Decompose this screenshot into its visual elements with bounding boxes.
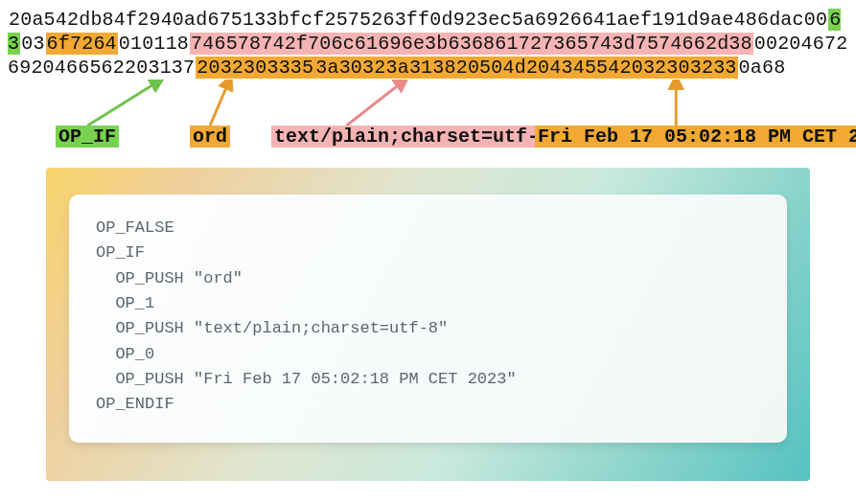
script-op: OP_FALSE xyxy=(96,218,174,237)
hex-ord-span: 6f7264 xyxy=(46,33,118,55)
legend-opif: OP_IF xyxy=(56,126,119,148)
script-op: OP_1 xyxy=(115,294,154,312)
legend-ctype: text/plain;charset=utf-8 xyxy=(271,126,553,148)
script-line: OP_PUSH "ord" xyxy=(96,266,760,291)
svg-line-1 xyxy=(210,81,229,126)
script-panel: OP_FALSEOP_IFOP_PUSH "ord"OP_1OP_PUSH "t… xyxy=(46,168,810,481)
script-op: OP_PUSH xyxy=(115,370,183,388)
hex-date-span: 2032303335 xyxy=(196,57,314,79)
script-line: OP_1 xyxy=(96,291,760,316)
script-op: OP_0 xyxy=(115,345,154,363)
legend-row: OP_IF ord text/plain;charset=utf-8 Fri F… xyxy=(8,80,848,156)
svg-line-0 xyxy=(87,81,158,126)
script-line: OP_FALSE xyxy=(96,216,760,241)
script-op: OP_ENDIF xyxy=(96,395,174,413)
legend-ord: ord xyxy=(190,126,230,148)
hex-dump: 20a542db84f2940ad675133bfcf2575263ff0d92… xyxy=(8,8,848,80)
script-line: OP_PUSH "Fri Feb 17 05:02:18 PM CET 2023… xyxy=(96,367,760,392)
script-string: "ord" xyxy=(194,269,243,287)
script-line: OP_IF xyxy=(96,241,760,265)
script-string: "Fri Feb 17 05:02:18 PM CET 2023" xyxy=(194,370,517,388)
legend-date: Fri Feb 17 05:02:18 PM CET 2023 xyxy=(535,126,856,148)
hex-seg1-span: 20a542db84f2940ad675133bfcf2575263ff0d92… xyxy=(8,9,828,31)
script-line: OP_PUSH "text/plain;charset=utf-8" xyxy=(96,316,760,341)
hex-seg3-span: 010118 xyxy=(118,33,190,55)
script-line: OP_ENDIF xyxy=(96,392,760,417)
script-line: OP_0 xyxy=(96,342,760,367)
script-op: OP_IF xyxy=(96,243,145,262)
script-codebox: OP_FALSEOP_IFOP_PUSH "ord"OP_1OP_PUSH "t… xyxy=(69,195,787,443)
hex-seg6-span: 0a68 xyxy=(738,57,787,79)
script-op: OP_PUSH xyxy=(115,319,183,337)
script-op: OP_PUSH xyxy=(115,269,183,287)
svg-line-2 xyxy=(347,81,404,126)
hex-ctype-span: 746578742f706c61696e3b636861727365743d75… xyxy=(190,33,753,55)
script-string: "text/plain;charset=utf-8" xyxy=(194,319,448,337)
hex-seg2-span: 03 xyxy=(20,33,45,55)
hex-seg5-span: 3a30323a313820504d204345542032303233 xyxy=(314,57,737,79)
